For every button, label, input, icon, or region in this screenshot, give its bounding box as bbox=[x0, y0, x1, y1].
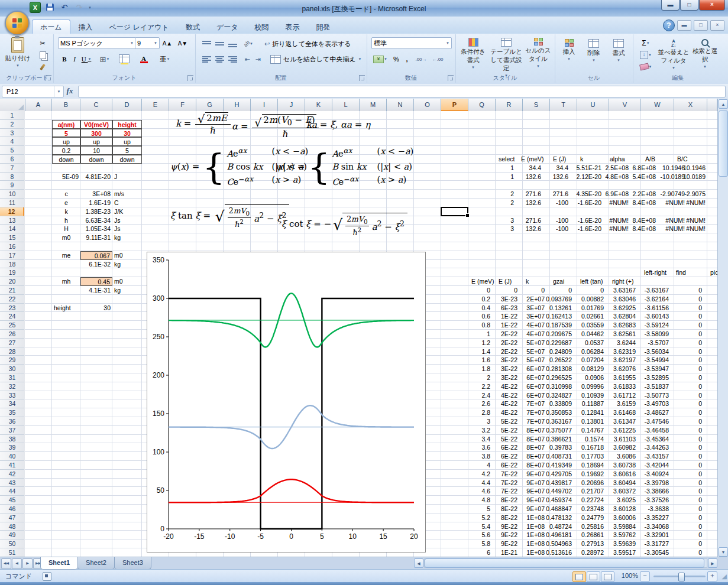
cell-B4[interactable]: up bbox=[52, 137, 80, 146]
font-color-button[interactable]: A bbox=[135, 53, 153, 65]
t2-r25-c5[interactable]: 0.03559 bbox=[572, 321, 606, 330]
t2-r26-c6[interactable]: 3.62561 bbox=[604, 330, 638, 339]
t2-r30-c7[interactable]: -3.53947 bbox=[638, 365, 671, 373]
cell-B13[interactable]: h bbox=[52, 216, 80, 225]
t2-r21-c8[interactable]: 0 bbox=[671, 286, 704, 295]
cell-D13[interactable]: Js bbox=[112, 216, 142, 225]
t1-header-7[interactable]: B/C bbox=[675, 155, 690, 164]
increase-decimal-button[interactable]: .00→ bbox=[413, 53, 429, 65]
t2-r28-c5[interactable]: 0.06284 bbox=[572, 347, 606, 356]
alignment-dialog-launcher[interactable] bbox=[359, 75, 365, 81]
t2-r49-c6[interactable]: 3.59762 bbox=[604, 531, 638, 540]
t2-r25-c4[interactable]: 0.187539 bbox=[541, 321, 574, 330]
t1-r10-c8[interactable]: -2.9075 bbox=[674, 190, 707, 199]
vertical-scrollbar[interactable]: ▲ ▼ bbox=[717, 99, 728, 557]
t2-r27-c6[interactable]: 3.6244 bbox=[604, 339, 638, 347]
currency-format-button[interactable]: ¥▼ bbox=[371, 53, 389, 65]
qat-dropdown[interactable]: ▼ bbox=[88, 6, 92, 9]
t2-r26-c5[interactable]: 0.04462 bbox=[572, 330, 606, 339]
math-formula-k[interactable]: k = √2mEℏ bbox=[176, 112, 232, 136]
cell-D18[interactable]: kg bbox=[112, 260, 142, 269]
workbook-restore-button[interactable]: □ bbox=[694, 20, 708, 31]
name-box-dropdown[interactable]: ▼ bbox=[54, 86, 63, 97]
t2-r34-c7[interactable]: -3.49703 bbox=[638, 399, 671, 408]
t2-r27-c8[interactable]: 0 bbox=[671, 339, 704, 347]
t2-r51-c6[interactable]: 3.59517 bbox=[604, 548, 638, 557]
vertical-scroll-thumb[interactable] bbox=[719, 110, 728, 177]
t2-r41-c7[interactable]: -3.42044 bbox=[638, 461, 671, 470]
zoom-slider-thumb[interactable] bbox=[678, 573, 685, 581]
t2-r42-c8[interactable]: 0 bbox=[671, 470, 704, 479]
column-header-S[interactable]: S bbox=[523, 99, 550, 111]
cell-D3[interactable]: 30 bbox=[112, 129, 142, 138]
t2-r34-c5[interactable]: 0.11887 bbox=[572, 399, 606, 408]
t2-r30-c5[interactable]: 0.08129 bbox=[572, 365, 606, 373]
row-header-1[interactable]: 1 bbox=[0, 111, 24, 120]
row-header-17[interactable]: 17 bbox=[0, 251, 24, 260]
row-header-14[interactable]: 14 bbox=[0, 225, 24, 233]
t2-r23-c6[interactable]: 3.62925 bbox=[604, 304, 638, 313]
paste-button[interactable]: 貼り付け ▼ bbox=[5, 37, 31, 67]
t2-r44-c4[interactable]: 0.449702 bbox=[541, 487, 574, 496]
cell-B11[interactable]: e bbox=[52, 199, 80, 207]
fill-color-button[interactable] bbox=[115, 53, 134, 65]
row-header-35[interactable]: 35 bbox=[0, 408, 24, 417]
row-header-49[interactable]: 49 bbox=[0, 531, 24, 540]
t2-r40-c6[interactable]: 3.6086 bbox=[604, 452, 638, 461]
font-name-select[interactable]: MS Pゴシック▼ bbox=[58, 37, 136, 49]
t2-r43-c7[interactable]: -3.39798 bbox=[638, 479, 671, 488]
cell-D4[interactable]: up bbox=[112, 137, 142, 146]
scroll-up-button[interactable]: ▲ bbox=[719, 99, 728, 109]
t2-r50-c7[interactable]: -3.31727 bbox=[638, 540, 671, 548]
t2-header19-3[interactable]: pic bbox=[708, 268, 717, 277]
row-header-34[interactable]: 34 bbox=[0, 399, 24, 408]
t1-r11-c6[interactable]: 8.4E+08 bbox=[625, 199, 658, 207]
t2-r47-c6[interactable]: 3.60006 bbox=[604, 514, 638, 522]
t2-r24-c5[interactable]: 0.02661 bbox=[572, 312, 606, 321]
font-dialog-launcher[interactable] bbox=[187, 75, 193, 81]
math-formula-xi-tan[interactable]: ξ tan ξ = √2mV0ℏ2a2 − ξ2 bbox=[170, 204, 289, 229]
t2-r30-c8[interactable]: 0 bbox=[671, 365, 704, 373]
t2-r50-c5[interactable]: 0.27913 bbox=[572, 540, 606, 548]
t2-r32-c7[interactable]: -3.51837 bbox=[638, 382, 671, 391]
row-header-33[interactable]: 33 bbox=[0, 391, 24, 400]
cell-C4[interactable]: up bbox=[80, 137, 112, 146]
t2-r46-c6[interactable]: 3.60128 bbox=[604, 505, 638, 514]
t2-r23-c4[interactable]: 0.13261 bbox=[541, 304, 574, 313]
column-header-G[interactable]: G bbox=[196, 99, 224, 111]
t1-r13-c6[interactable]: 8.4E+08 bbox=[625, 216, 658, 225]
column-header-N[interactable]: N bbox=[387, 99, 414, 111]
clipboard-dialog-launcher[interactable] bbox=[46, 75, 51, 81]
align-left-button[interactable] bbox=[200, 54, 213, 64]
format-as-table-button[interactable]: テーブルとして書式設定▼ bbox=[490, 38, 523, 77]
cell-C10[interactable]: 3E+08 bbox=[80, 190, 112, 199]
cell-D11[interactable]: C bbox=[112, 199, 142, 207]
row-header-12[interactable]: 12 bbox=[0, 207, 24, 216]
t2-r44-c5[interactable]: 0.21707 bbox=[572, 487, 606, 496]
t2-r41-c8[interactable]: 0 bbox=[671, 461, 704, 470]
t2-r27-c5[interactable]: 0.0537 bbox=[572, 339, 606, 347]
column-header-P[interactable]: P bbox=[441, 99, 468, 111]
t2-r46-c4[interactable]: 0.468847 bbox=[541, 505, 574, 514]
row-header-24[interactable]: 24 bbox=[0, 312, 24, 321]
row-header-20[interactable]: 20 bbox=[0, 277, 24, 286]
redo-button[interactable]: ↷ bbox=[73, 2, 85, 13]
column-header-C[interactable]: C bbox=[80, 99, 112, 111]
t2-r44-c7[interactable]: -3.38666 bbox=[638, 487, 671, 496]
borders-button[interactable]: ⊞▼ bbox=[96, 53, 114, 65]
scroll-right-button[interactable]: ▶ bbox=[708, 558, 717, 568]
row-header-4[interactable]: 4 bbox=[0, 137, 24, 146]
row-header-5[interactable]: 5 bbox=[0, 146, 24, 155]
t2-r33-c6[interactable]: 3.61712 bbox=[604, 391, 638, 400]
t2-r22-c6[interactable]: 3.63046 bbox=[604, 295, 638, 304]
cell-D12[interactable]: J/K bbox=[112, 207, 142, 216]
column-header-H[interactable]: H bbox=[224, 99, 251, 111]
insert-cells-button[interactable]: 挿入▼ bbox=[557, 39, 581, 61]
row-header-10[interactable]: 10 bbox=[0, 190, 24, 199]
t2-r29-c4[interactable]: 0.26522 bbox=[541, 356, 574, 365]
row-header-11[interactable]: 11 bbox=[0, 199, 24, 207]
t2-r23-c5[interactable]: 0.01769 bbox=[572, 304, 606, 313]
align-bottom-button[interactable] bbox=[226, 38, 239, 49]
page-layout-view-button[interactable] bbox=[587, 571, 600, 582]
row-header-48[interactable]: 48 bbox=[0, 522, 24, 531]
